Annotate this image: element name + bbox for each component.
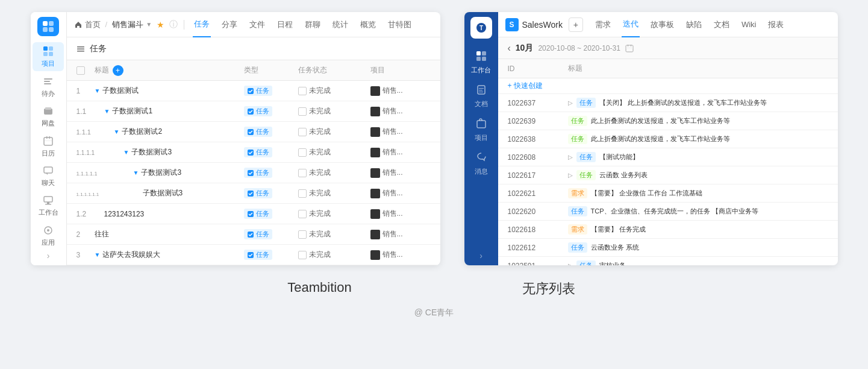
tab-group[interactable]: 群聊: [304, 12, 322, 37]
sidebar-item-pending[interactable]: 待办: [33, 72, 64, 101]
collapse-btn[interactable]: ▼: [95, 87, 101, 94]
sidebar-item-apps[interactable]: 应用: [33, 221, 64, 250]
disk-label: 网盘: [42, 119, 55, 128]
svg-rect-48: [626, 45, 633, 52]
info-icon[interactable]: ⓘ: [169, 19, 178, 30]
svg-rect-45: [479, 90, 482, 90]
sw-sidebar-messages[interactable]: 消息: [467, 148, 496, 180]
labels-row: Teambition 无序列表: [24, 280, 844, 298]
sidebar-item-calendar[interactable]: 日历: [33, 131, 64, 160]
sw-tab-requirements[interactable]: 需求: [594, 12, 612, 37]
select-all-checkbox[interactable]: [76, 66, 85, 75]
sw-tab-wiki[interactable]: Wiki: [740, 12, 758, 37]
svg-rect-41: [476, 57, 481, 61]
tb-topbar: 首页 / 销售漏斗 ▼ ★ ⓘ 任务 分享: [67, 12, 440, 37]
sw-topbar: S SalesWork + 需求 迭代 故事板: [498, 12, 838, 37]
svg-rect-9: [44, 81, 50, 82]
collapse-btn[interactable]: ▼: [133, 169, 139, 176]
sw-table-row: 1022620 任务 TCP、企业微信、任务完成统一，的任务 【商店中业务等: [498, 203, 838, 221]
divider: [184, 20, 184, 30]
svg-text:T: T: [479, 25, 482, 31]
tb-sidebar: 项目 待办: [31, 12, 67, 265]
expand-icon[interactable]: ▷: [568, 172, 573, 178]
sidebar-item-chat[interactable]: 聊天: [33, 162, 64, 190]
sw-create-btn[interactable]: + 快速创建: [498, 78, 838, 94]
tb-nav-tabs: 任务 分享 文件 日程 群聊: [193, 12, 413, 37]
expand-icon[interactable]: ▷: [568, 154, 573, 160]
sidebar-item-projects[interactable]: 项目: [33, 42, 64, 71]
sw-projects-label: 项目: [475, 133, 488, 142]
sidebar-collapse-btn[interactable]: ›: [47, 251, 50, 260]
date-nav-left[interactable]: ‹: [508, 43, 511, 54]
status-checkbox[interactable]: [298, 87, 307, 95]
svg-rect-50: [631, 45, 631, 46]
tab-gantt[interactable]: 甘特图: [387, 12, 413, 37]
home-btn[interactable]: 首页: [74, 19, 101, 30]
tab-tasks[interactable]: 任务: [193, 12, 211, 37]
svg-rect-2: [43, 27, 48, 32]
table-header: 标题 + 类型 任务状态 项目: [67, 60, 440, 81]
type-header: 类型: [244, 65, 298, 75]
sw-content: ‹ 10月 2020-10-08 ~ 2020-10-31 ID: [498, 37, 838, 265]
svg-rect-44: [479, 88, 484, 89]
tab-overview[interactable]: 概览: [359, 12, 377, 37]
svg-point-23: [47, 229, 49, 232]
svg-rect-39: [476, 51, 481, 55]
sw-sidebar-docs[interactable]: 文档: [467, 81, 496, 112]
star-icon[interactable]: ★: [157, 20, 164, 30]
sw-tab-defects[interactable]: 缺陷: [685, 12, 703, 37]
sw-table-row: 1022639 任务 此上折叠测试的发送报道，发飞车工作站业务等: [498, 112, 838, 130]
tb-main: 首页 / 销售漏斗 ▼ ★ ⓘ 任务 分享: [67, 12, 440, 265]
add-task-btn[interactable]: +: [113, 65, 123, 76]
sw-tag: 任务: [576, 98, 596, 108]
svg-rect-12: [45, 107, 51, 110]
collapse-btn[interactable]: ▼: [95, 251, 101, 258]
project-name-btn[interactable]: 销售漏斗 ▼: [112, 19, 152, 30]
teambition-panel: 项目 待办: [31, 12, 440, 265]
sw-table-row: 1022638 任务 此上折叠测试的发送报道，发飞车工作站业务等: [498, 130, 838, 148]
table-body: 1 ▼ 子数据测试 任务: [67, 81, 440, 265]
tab-share[interactable]: 分享: [220, 12, 239, 37]
table-row: 1.1.1.1 ▼ 子数据测试3 任务: [67, 142, 440, 163]
project-icon: [370, 86, 380, 96]
apps-icon: [42, 224, 55, 237]
sw-sidebar-toggle[interactable]: ›: [479, 251, 482, 260]
task-check-icon: [247, 87, 254, 95]
svg-rect-10: [44, 83, 51, 84]
svg-rect-5: [49, 46, 53, 51]
chat-icon: [42, 164, 55, 177]
disk-icon: [42, 104, 55, 118]
expand-icon[interactable]: ▷: [568, 99, 573, 106]
sw-tab-iteration[interactable]: 迭代: [622, 12, 640, 37]
collapse-btn[interactable]: ▼: [114, 128, 120, 135]
svg-rect-21: [45, 204, 51, 205]
footer-label: @ CE青年: [414, 308, 454, 318]
svg-rect-13: [44, 137, 52, 145]
sidebar-item-workbench[interactable]: 工作台: [33, 191, 64, 219]
svg-rect-15: [49, 136, 51, 139]
sidebar-item-disk[interactable]: 网盘: [33, 102, 64, 130]
sw-tag: 任务: [568, 134, 587, 144]
tab-stats[interactable]: 统计: [331, 12, 349, 37]
sw-plus-btn[interactable]: +: [569, 17, 583, 32]
sw-workbench-icon: [476, 51, 487, 64]
sw-tab-reports[interactable]: 报表: [767, 12, 785, 37]
project-name-label: 销售漏斗: [112, 19, 143, 30]
tab-schedule[interactable]: 日程: [276, 12, 294, 37]
type-badge: 任务: [244, 106, 272, 116]
sw-sidebar-projects[interactable]: 项目: [467, 115, 496, 146]
sw-table-body: 1022637 ▷ 任务 【关闭】 此上折叠测试的发送报道，发飞车工作站业务等 …: [498, 94, 838, 265]
svg-rect-25: [77, 48, 84, 49]
sw-tab-storyboard[interactable]: 故事板: [649, 12, 675, 37]
menu-icon: [76, 45, 85, 53]
sw-tag: 任务: [568, 242, 587, 253]
home-label: 首页: [85, 19, 101, 30]
sw-tab-docs[interactable]: 文档: [713, 12, 731, 37]
apps-label: 应用: [42, 238, 55, 247]
expand-icon[interactable]: ▷: [568, 262, 573, 265]
sw-tag: 任务: [568, 206, 587, 216]
sw-sidebar-workbench[interactable]: 工作台: [467, 47, 496, 78]
collapse-btn[interactable]: ▼: [104, 108, 110, 115]
tab-files[interactable]: 文件: [248, 12, 266, 37]
collapse-btn[interactable]: ▼: [123, 149, 130, 156]
